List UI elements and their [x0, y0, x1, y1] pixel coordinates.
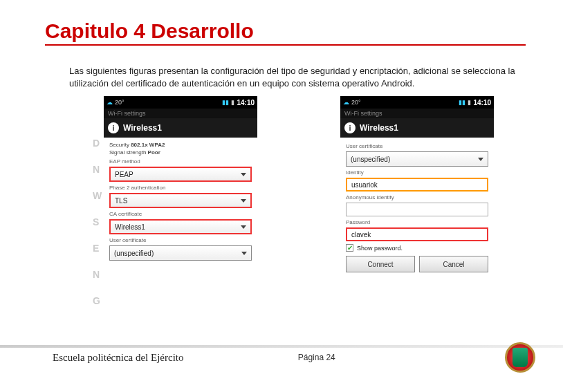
- section-header: Wi-Fi settings: [104, 109, 257, 118]
- show-password-row[interactable]: ✔ Show password.: [346, 244, 488, 252]
- weather-icon: ☁: [107, 99, 113, 106]
- show-password-label: Show password.: [357, 245, 403, 252]
- signal-icon: ▮▮: [222, 99, 229, 106]
- info-icon: i: [344, 122, 356, 133]
- signal-icon: ▮▮: [459, 99, 465, 106]
- usercert-label: User certificate: [346, 143, 488, 149]
- identity-label: Identity: [346, 169, 488, 176]
- password-input[interactable]: clavek: [346, 227, 488, 241]
- school-name: Escuela politécnica del Ejército: [53, 352, 184, 364]
- identity-input[interactable]: usuariok: [346, 178, 488, 192]
- signal-row: Signal strength Poor: [109, 149, 252, 156]
- cancel-button[interactable]: Cancel: [419, 256, 488, 272]
- anon-label: Anonymous identity: [346, 194, 488, 200]
- anon-input[interactable]: [346, 203, 488, 216]
- battery-icon: ▮: [231, 99, 234, 106]
- dialog-title-row: i Wireless1: [340, 118, 494, 138]
- phase2-label: Phase 2 authentication: [109, 185, 252, 191]
- chevron-down-icon: [478, 158, 483, 161]
- info-icon: i: [108, 122, 119, 133]
- section-header: Wi-Fi settings: [340, 109, 494, 118]
- page-title: Capitulo 4 Desarrollo: [45, 19, 563, 43]
- usercert-label: User certificate: [109, 237, 252, 243]
- battery-icon: ▮: [468, 99, 471, 106]
- chevron-down-icon: [241, 252, 247, 255]
- temperature: 20°: [351, 99, 361, 106]
- phone-screenshot-right: ☁20° ▮▮▮14:10 Wi-Fi settings i Wireless1…: [340, 96, 494, 275]
- clock: 14:10: [473, 99, 491, 106]
- network-name: Wireless1: [360, 123, 398, 133]
- eap-label: EAP method: [109, 158, 252, 165]
- school-logo: [505, 342, 535, 373]
- security-row: Security 802.1x WPA2: [109, 142, 252, 148]
- connect-button[interactable]: Connect: [346, 256, 415, 272]
- chevron-down-icon: [241, 199, 246, 203]
- temperature: 20°: [115, 99, 124, 106]
- network-name: Wireless1: [123, 123, 162, 133]
- phase2-dropdown[interactable]: TLS: [109, 193, 252, 208]
- page-number: Página 24: [298, 353, 335, 362]
- bg-letters: DNWSENG: [93, 138, 102, 306]
- phone-screenshot-left: ☁20° ▮▮▮14:10 Wi-Fi settings i Wireless1…: [104, 96, 257, 265]
- body-paragraph: Las siguientes figuras presentan la conf…: [69, 65, 518, 89]
- checkbox-icon[interactable]: ✔: [346, 244, 353, 252]
- dialog-title-row: i Wireless1: [104, 118, 257, 138]
- status-bar: ☁20° ▮▮▮14:10: [340, 96, 494, 109]
- status-bar: ☁20° ▮▮▮14:10: [104, 96, 257, 109]
- clock: 14:10: [237, 99, 255, 106]
- chevron-down-icon: [241, 225, 246, 229]
- weather-icon: ☁: [343, 99, 349, 106]
- ca-label: CA certificate: [109, 211, 252, 217]
- ca-dropdown[interactable]: Wireless1: [109, 219, 252, 234]
- usercert-dropdown[interactable]: (unspecified): [109, 245, 252, 261]
- chevron-down-icon: [241, 173, 246, 176]
- title-underline: [45, 44, 526, 46]
- password-label: Password: [346, 219, 488, 225]
- eap-dropdown[interactable]: PEAP: [109, 167, 252, 182]
- usercert-dropdown[interactable]: (unspecified): [346, 151, 488, 167]
